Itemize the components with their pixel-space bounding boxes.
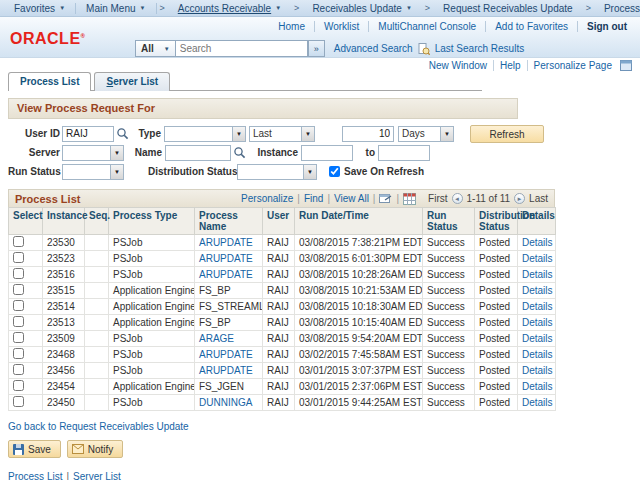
details-link[interactable]: Details	[522, 301, 553, 312]
cell-run-datetime: 03/08/2015 9:54:20AM EDT	[295, 331, 423, 347]
favorites-menu[interactable]: Favorites ▼	[4, 3, 76, 14]
process-name-link[interactable]: ARUPDATE	[199, 237, 253, 248]
go-back-link[interactable]: Go back to Request Receivables Update	[8, 421, 189, 432]
search-scope-dropdown[interactable]: All ▼	[135, 40, 176, 57]
multichannel-console-link[interactable]: MultiChannel Console	[369, 21, 486, 32]
details-link[interactable]: Details	[522, 365, 553, 376]
type-select[interactable]: ▼	[164, 126, 246, 142]
user-id-lookup-icon[interactable]	[116, 127, 129, 140]
cell-seq	[85, 395, 109, 411]
days-count-input[interactable]	[342, 126, 394, 142]
instance-to-input[interactable]	[378, 145, 430, 161]
process-name-link[interactable]: ARAGE	[199, 333, 234, 344]
sign-out-link[interactable]: Sign out	[578, 21, 636, 32]
personalize-page-link[interactable]: Personalize Page	[528, 60, 618, 71]
view-all-link[interactable]: View All	[334, 193, 369, 204]
distribution-status-select[interactable]: ▼	[237, 164, 317, 180]
user-id-input[interactable]	[62, 126, 114, 142]
last-search-results-link[interactable]: Last Search Results	[435, 43, 525, 54]
cell-distribution-status: Posted	[475, 347, 518, 363]
worklist-link[interactable]: Worklist	[315, 21, 369, 32]
row-select-checkbox[interactable]	[13, 364, 24, 375]
details-link[interactable]: Details	[522, 381, 553, 392]
page-layout-icon[interactable]	[620, 60, 632, 71]
find-link[interactable]: Find	[304, 193, 323, 204]
instance-from-input[interactable]	[301, 145, 353, 161]
tab-process-list[interactable]: Process List	[8, 72, 91, 91]
filter-row-3: Run Status ▼ Distribution Status ▼ Save …	[8, 162, 640, 181]
details-link[interactable]: Details	[522, 397, 553, 408]
help-link[interactable]: Help	[494, 60, 528, 71]
cell-run-datetime: 03/02/2015 7:45:58AM EST	[295, 347, 423, 363]
save-button[interactable]: Save	[8, 440, 61, 458]
zoom-popup-icon[interactable]	[379, 193, 392, 204]
home-link[interactable]: Home	[269, 21, 315, 32]
time-window-select[interactable]: Last ▼	[249, 126, 315, 142]
cell-instance: 23523	[43, 251, 85, 267]
breadcrumb-accounts-receivable[interactable]: Accounts Receivable ▼	[168, 3, 291, 14]
server-select[interactable]: ▼	[62, 145, 124, 161]
details-link[interactable]: Details	[522, 333, 553, 344]
col-run-status: Run Status	[423, 208, 475, 235]
row-select-checkbox[interactable]	[13, 284, 24, 295]
pagination-last-label[interactable]: Last	[529, 193, 548, 204]
notify-button[interactable]: Notify	[67, 440, 124, 458]
details-link[interactable]: Details	[522, 349, 553, 360]
name-input[interactable]	[165, 145, 231, 161]
bottom-process-list-link[interactable]: Process List	[8, 471, 62, 480]
pagination-first-label[interactable]: First	[428, 193, 447, 204]
process-name-link[interactable]: ARUPDATE	[199, 365, 253, 376]
name-lookup-icon[interactable]	[233, 146, 246, 159]
cell-distribution-status: Posted	[475, 315, 518, 331]
row-select-checkbox[interactable]	[13, 332, 24, 343]
row-select-checkbox[interactable]	[13, 236, 24, 247]
personalize-link[interactable]: Personalize	[241, 193, 293, 204]
cell-process-type: Application Engine	[109, 315, 195, 331]
row-select-checkbox[interactable]	[13, 316, 24, 327]
cell-seq	[85, 347, 109, 363]
advanced-search-link[interactable]: Advanced Search	[334, 43, 413, 54]
breadcrumb-request-receivables-update[interactable]: Request Receivables Update	[433, 3, 583, 14]
row-select-checkbox[interactable]	[13, 300, 24, 311]
distribution-status-label: Distribution Status	[148, 166, 234, 177]
row-select-checkbox[interactable]	[13, 268, 24, 279]
col-process-name: Process Name	[195, 208, 263, 235]
row-select-checkbox[interactable]	[13, 380, 24, 391]
favorites-label: Favorites	[14, 3, 55, 14]
process-name-link[interactable]: ARUPDATE	[199, 269, 253, 280]
new-window-link[interactable]: New Window	[423, 60, 494, 71]
cell-user: RAIJ	[263, 363, 295, 379]
process-name-link[interactable]: DUNNINGA	[199, 397, 252, 408]
tab-server-list[interactable]: Server List	[94, 72, 170, 91]
days-unit-select[interactable]: Days ▼	[398, 126, 454, 142]
search-input[interactable]	[176, 40, 308, 57]
cell-distribution-status: Posted	[475, 363, 518, 379]
row-select-checkbox[interactable]	[13, 252, 24, 263]
row-select-checkbox[interactable]	[13, 348, 24, 359]
save-on-refresh-checkbox[interactable]	[329, 166, 340, 177]
details-link[interactable]: Details	[522, 269, 553, 280]
cell-process-type: PSJob	[109, 331, 195, 347]
next-page-icon[interactable]: ►	[514, 193, 525, 204]
details-link[interactable]: Details	[522, 237, 553, 248]
breadcrumb-receivables-update[interactable]: Receivables Update ▼	[302, 3, 421, 14]
add-to-favorites-link[interactable]: Add to Favorites	[486, 21, 578, 32]
details-link[interactable]: Details	[522, 317, 553, 328]
col-process-type: Process Type	[109, 208, 195, 235]
details-link[interactable]: Details	[522, 253, 553, 264]
process-name-link[interactable]: ARUPDATE	[199, 253, 253, 264]
tab-label-rest: erver List	[113, 76, 158, 87]
row-select-checkbox[interactable]	[13, 396, 24, 407]
search-go-button[interactable]: »	[308, 40, 325, 57]
details-link[interactable]: Details	[522, 285, 553, 296]
bottom-server-list-link[interactable]: Server List	[73, 471, 121, 480]
previous-page-icon[interactable]: ◄	[452, 193, 463, 204]
download-to-excel-icon[interactable]	[403, 193, 416, 205]
cell-seq	[85, 251, 109, 267]
main-menu[interactable]: Main Menu ▼	[76, 3, 156, 14]
run-status-select[interactable]: ▼	[62, 164, 124, 180]
chevron-down-icon: ▼	[59, 5, 65, 11]
breadcrumb-label: Receivables Update	[312, 3, 402, 14]
process-name-link[interactable]: ARUPDATE	[199, 349, 253, 360]
refresh-button[interactable]: Refresh	[470, 125, 544, 143]
